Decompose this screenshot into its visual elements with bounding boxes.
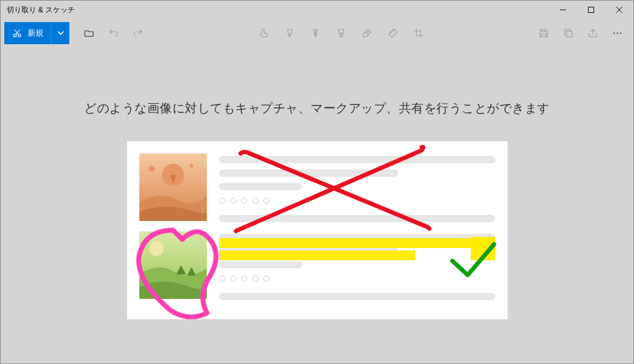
svg-point-8	[617, 33, 618, 34]
copy-icon	[563, 28, 574, 39]
redo-button[interactable]	[126, 21, 150, 45]
placeholder-dot	[252, 276, 258, 282]
placeholder-dot	[263, 276, 269, 282]
highlighter-icon	[336, 28, 347, 39]
new-button-label: 新規	[28, 28, 44, 39]
ruler-button[interactable]	[381, 21, 405, 45]
minimize-button[interactable]	[549, 1, 577, 19]
share-icon	[587, 28, 598, 39]
placeholder-dot	[241, 198, 247, 204]
window-title: 切り取り & スケッチ	[7, 5, 75, 15]
svg-point-13	[149, 241, 164, 256]
svg-rect-6	[566, 31, 572, 37]
redo-icon	[133, 28, 144, 39]
placeholder-line	[219, 293, 495, 300]
placeholder-dot	[252, 198, 258, 204]
snip-icon	[12, 28, 23, 39]
placeholder-line	[219, 156, 495, 163]
content-area: どのような画像に対してもキャプチャ、マークアップ、共有を行うことができます	[1, 47, 633, 363]
crop-button[interactable]	[406, 21, 431, 45]
folder-open-icon	[83, 28, 95, 39]
touch-writing-button[interactable]	[252, 21, 276, 45]
ballpoint-pen-button[interactable]	[277, 21, 302, 45]
placeholder-dot	[263, 198, 269, 204]
pencil-button[interactable]	[303, 21, 328, 45]
placeholder-dot	[241, 276, 247, 282]
illustration-thumb-landscape	[139, 231, 207, 299]
share-button[interactable]	[581, 21, 605, 45]
crop-icon	[413, 28, 424, 39]
svg-point-11	[149, 166, 155, 172]
svg-point-12	[190, 164, 193, 168]
eraser-button[interactable]	[355, 21, 379, 45]
svg-point-9	[620, 33, 621, 34]
new-dropdown-button[interactable]	[51, 22, 69, 44]
titlebar: 切り取り & スケッチ	[1, 1, 633, 19]
placeholder-line	[219, 215, 495, 222]
placeholder-line	[219, 247, 399, 255]
more-button[interactable]	[605, 21, 630, 45]
intro-text: どのような画像に対してもキャプチャ、マークアップ、共有を行うことができます	[84, 100, 550, 117]
placeholder-dot	[230, 198, 236, 204]
save-icon	[538, 28, 549, 39]
undo-button[interactable]	[101, 21, 126, 45]
placeholder-line	[219, 169, 399, 177]
eraser-icon	[361, 28, 373, 39]
placeholder-dot	[219, 198, 225, 204]
highlighter-button[interactable]	[329, 21, 354, 45]
placeholder-line	[219, 183, 302, 190]
close-button[interactable]	[605, 1, 633, 19]
placeholder-dot	[230, 276, 236, 282]
placeholder-dot	[219, 276, 225, 282]
maximize-button[interactable]	[577, 1, 605, 19]
chevron-down-icon	[58, 31, 64, 35]
pencil-icon	[310, 28, 321, 39]
placeholder-line	[219, 261, 302, 268]
illustration-thumb-desert	[139, 153, 207, 221]
undo-icon	[108, 28, 119, 39]
ruler-icon	[387, 28, 398, 39]
placeholder-line	[219, 234, 495, 241]
copy-button[interactable]	[556, 21, 581, 45]
toolbar: 新規	[1, 19, 633, 47]
new-snip-button[interactable]: 新規	[4, 22, 69, 44]
welcome-illustration	[127, 141, 508, 319]
window-controls	[549, 1, 633, 19]
more-icon	[612, 28, 623, 39]
open-file-button[interactable]	[77, 21, 101, 45]
svg-point-7	[614, 33, 615, 34]
svg-rect-1	[589, 7, 594, 13]
touch-write-icon	[258, 28, 269, 39]
ballpoint-pen-icon	[284, 28, 295, 39]
save-button[interactable]	[532, 21, 556, 45]
